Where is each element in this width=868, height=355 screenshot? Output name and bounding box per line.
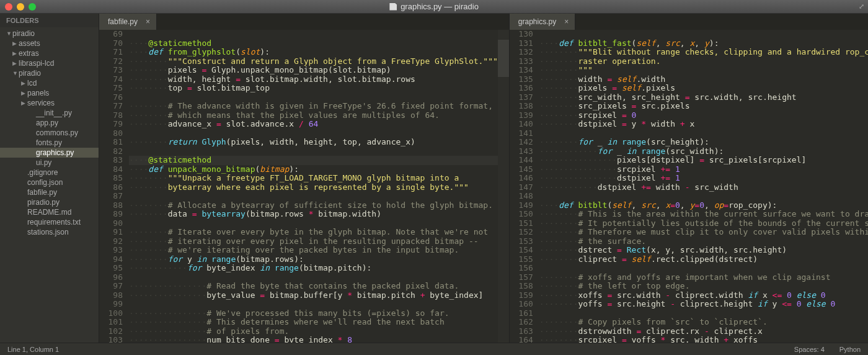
- file-item[interactable]: __init__.py: [0, 108, 99, 118]
- code-area[interactable]: 1301311321331341351361371381391401411421…: [510, 30, 868, 343]
- tree-item-label: ui.py: [36, 158, 51, 167]
- file-item[interactable]: piradio.py: [0, 197, 99, 207]
- status-syntax[interactable]: Python: [839, 346, 861, 353]
- tree-item-label: piradio: [19, 69, 41, 78]
- editor-pane: fabfile.py×69707172737475767778798081828…: [99, 14, 510, 343]
- tab-label: fabfile.py: [108, 17, 138, 26]
- minimap-viewport[interactable]: [498, 40, 509, 77]
- tree-item-label: panels: [27, 89, 49, 97]
- editor-tab[interactable]: graphics.py×: [510, 14, 575, 30]
- folder-item[interactable]: ▶libraspi-lcd: [0, 58, 99, 68]
- file-item[interactable]: README.md: [0, 207, 99, 217]
- zoom-window-button[interactable]: [29, 3, 36, 11]
- tree-item-label: libraspi-lcd: [19, 59, 54, 68]
- tree-item-label: assets: [19, 39, 40, 48]
- close-icon[interactable]: ×: [564, 17, 569, 26]
- chevron-right-icon: ▶: [12, 40, 19, 47]
- tree-item-label: fabfile.py: [27, 188, 57, 197]
- code-lines: ····@staticmethod····def from_glyphslot(…: [129, 30, 498, 343]
- folder-item[interactable]: ▼piradio: [0, 29, 99, 38]
- chevron-down-icon: ▼: [12, 70, 19, 76]
- tree-item-label: config.json: [27, 178, 63, 187]
- line-gutter: 6970717273747576777879808182838485868788…: [99, 30, 129, 343]
- file-item[interactable]: requirements.txt: [0, 217, 99, 227]
- tree-item-label: services: [27, 99, 55, 107]
- file-item[interactable]: config.json: [0, 178, 99, 187]
- status-cursor-position[interactable]: Line 1, Column 1: [7, 346, 59, 353]
- tree-item-label: lcd: [27, 79, 37, 88]
- tree-item-label: piradio.py: [27, 198, 60, 207]
- status-indent[interactable]: Spaces: 4: [794, 346, 825, 353]
- code-area[interactable]: 6970717273747576777879808182838485868788…: [99, 30, 509, 343]
- file-item[interactable]: app.py: [0, 118, 99, 128]
- close-window-button[interactable]: [5, 3, 12, 11]
- expand-icon[interactable]: ⤢: [859, 2, 864, 11]
- tree-item-label: README.md: [27, 208, 71, 217]
- main-area: FOLDERS ▼piradio▶assets▶extras▶libraspi-…: [0, 14, 868, 343]
- file-item[interactable]: graphics.py: [0, 148, 99, 158]
- file-item[interactable]: .gitignore: [0, 168, 99, 178]
- tab-bar: graphics.py×: [510, 14, 868, 30]
- line-gutter: 1301311321331341351361371381391401411421…: [510, 30, 539, 343]
- minimize-window-button[interactable]: [17, 3, 24, 11]
- tree-item-label: graphics.py: [36, 148, 74, 157]
- tree-item-label: fonts.py: [36, 138, 62, 147]
- folder-item[interactable]: ▶extras: [0, 48, 99, 58]
- file-item[interactable]: stations.json: [0, 227, 99, 237]
- sidebar: FOLDERS ▼piradio▶assets▶extras▶libraspi-…: [0, 14, 99, 343]
- folder-item[interactable]: ▶panels: [0, 88, 99, 98]
- editor-group: fabfile.py×69707172737475767778798081828…: [99, 14, 868, 343]
- tab-label: graphics.py: [518, 17, 556, 26]
- status-bar: Line 1, Column 1 Spaces: 4 Python: [0, 343, 868, 355]
- tree-item-label: commons.py: [36, 128, 78, 137]
- folder-tree: ▼piradio▶assets▶extras▶libraspi-lcd▼pira…: [0, 27, 99, 238]
- tree-item-label: extras: [19, 49, 39, 58]
- minimap[interactable]: [498, 30, 509, 343]
- file-icon: [389, 3, 397, 11]
- tree-item-label: .gitignore: [27, 168, 58, 177]
- folder-item[interactable]: ▶services: [0, 98, 99, 108]
- chevron-right-icon: ▶: [21, 80, 27, 86]
- tree-item-label: app.py: [36, 119, 58, 127]
- tab-bar: fabfile.py×: [99, 14, 509, 30]
- window-title-text: graphics.py — piradio: [401, 2, 479, 11]
- tree-item-label: requirements.txt: [27, 218, 81, 227]
- window-controls: [0, 3, 36, 11]
- window-titlebar: graphics.py — piradio ⤢: [0, 0, 868, 14]
- tree-item-label: stations.json: [27, 228, 69, 236]
- editor-pane: graphics.py×1301311321331341351361371381…: [510, 14, 868, 343]
- chevron-right-icon: ▶: [21, 90, 27, 96]
- tree-item-label: __init__.py: [36, 109, 72, 117]
- window-title: graphics.py — piradio: [389, 2, 479, 11]
- tree-item-label: piradio: [12, 29, 35, 38]
- chevron-right-icon: ▶: [12, 60, 19, 66]
- chevron-down-icon: ▼: [6, 30, 12, 37]
- folder-item[interactable]: ▶assets: [0, 38, 99, 48]
- chevron-right-icon: ▶: [21, 100, 27, 106]
- editor-tab[interactable]: fabfile.py×: [99, 14, 157, 30]
- file-item[interactable]: fabfile.py: [0, 187, 99, 197]
- file-item[interactable]: ui.py: [0, 158, 99, 168]
- file-item[interactable]: fonts.py: [0, 138, 99, 148]
- file-item[interactable]: commons.py: [0, 128, 99, 138]
- code-lines: ····def bitblt_fast(self, src, x, y):···…: [539, 30, 868, 343]
- close-icon[interactable]: ×: [146, 17, 150, 26]
- folder-item[interactable]: ▶lcd: [0, 78, 99, 88]
- folder-item[interactable]: ▼piradio: [0, 68, 99, 78]
- chevron-right-icon: ▶: [12, 50, 19, 56]
- sidebar-header: FOLDERS: [0, 14, 99, 27]
